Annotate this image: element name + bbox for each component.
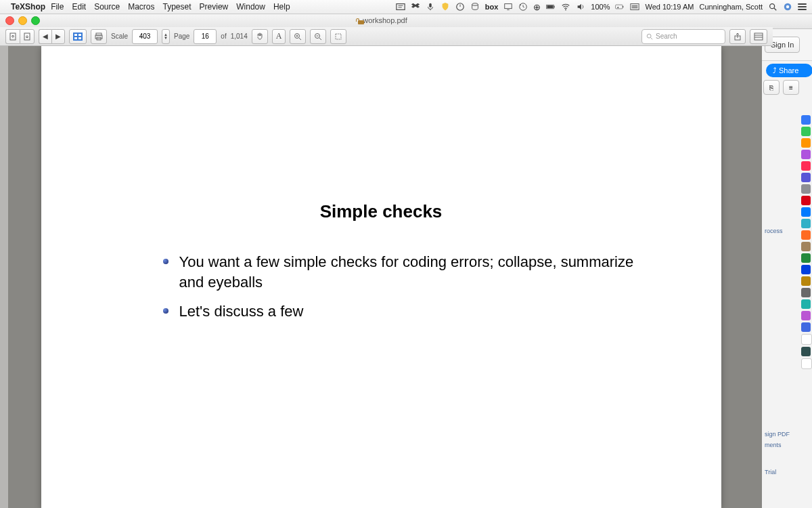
- page-input[interactable]: [194, 29, 217, 44]
- minimize-button[interactable]: [18, 16, 27, 25]
- dock-app-8[interactable]: [801, 196, 811, 205]
- wifi-icon[interactable]: [561, 2, 570, 12]
- dock-app-15[interactable]: [801, 276, 811, 286]
- svg-point-24: [786, 5, 789, 8]
- svg-line-40: [319, 38, 321, 40]
- lock-icon: [355, 18, 361, 24]
- bg-link-comments[interactable]: ments: [765, 442, 809, 448]
- text-tool-button[interactable]: A: [272, 29, 286, 44]
- dock-app-12[interactable]: [801, 242, 811, 251]
- svg-rect-42: [336, 34, 341, 39]
- next-button[interactable]: ▶: [51, 29, 65, 44]
- spotlight-icon[interactable]: [768, 2, 777, 12]
- close-button[interactable]: [5, 16, 14, 25]
- menubar-time[interactable]: Wed 10:19 AM: [645, 3, 694, 11]
- toolbar: ◀ ▶ Scale ▲▼ Page of 1,014 A Search: [0, 27, 773, 46]
- menu-typeset[interactable]: Typeset: [163, 2, 191, 12]
- menu-file[interactable]: File: [51, 2, 64, 12]
- svg-line-22: [774, 8, 777, 11]
- mic-icon[interactable]: [426, 2, 435, 12]
- menu-edit[interactable]: Edit: [72, 2, 86, 12]
- dock-app-6[interactable]: [801, 173, 811, 182]
- svg-point-13: [565, 9, 566, 11]
- bg-icon-2[interactable]: ≡: [783, 80, 799, 95]
- dock-app-7[interactable]: [801, 184, 811, 194]
- svg-rect-11: [547, 5, 554, 8]
- scale-stepper[interactable]: ▲▼: [162, 29, 170, 44]
- of-label: of: [221, 33, 226, 40]
- pdf-page: Simple checks You want a few simple chec…: [41, 45, 721, 508]
- dock-app-4[interactable]: [801, 150, 811, 159]
- zoom-button[interactable]: [31, 16, 40, 25]
- svg-point-43: [647, 34, 651, 38]
- dock-app-10[interactable]: [801, 219, 811, 228]
- dock-app-20[interactable]: [801, 334, 812, 345]
- drawer-button[interactable]: [69, 29, 87, 44]
- menu-macros[interactable]: Macros: [128, 2, 154, 12]
- hand-tool-button[interactable]: [252, 29, 268, 44]
- db-icon[interactable]: [470, 2, 480, 12]
- share-sheet-button[interactable]: [729, 29, 746, 44]
- dock-app-3[interactable]: [801, 138, 811, 148]
- menu-preview[interactable]: Preview: [200, 2, 229, 12]
- dock-app-22[interactable]: [801, 358, 812, 369]
- app-name[interactable]: TeXShop: [11, 2, 45, 12]
- circle-icon[interactable]: [455, 2, 465, 12]
- scale-input[interactable]: [132, 29, 158, 44]
- hamburger-icon[interactable]: [798, 3, 807, 10]
- prev-button[interactable]: ◀: [39, 29, 51, 44]
- select-tool-button[interactable]: [330, 29, 346, 44]
- timemachine-icon[interactable]: [518, 2, 528, 12]
- search-icon: [646, 33, 653, 40]
- dock-app-1[interactable]: [801, 115, 811, 125]
- battery-icon[interactable]: [546, 2, 556, 12]
- menu-help[interactable]: Help: [273, 2, 290, 12]
- dock-app-5[interactable]: [801, 161, 811, 171]
- page-up-button[interactable]: [5, 29, 20, 44]
- bg-icon-1[interactable]: ⎘: [763, 80, 780, 95]
- search-placeholder: Search: [656, 33, 677, 40]
- scale-label: Scale: [111, 33, 128, 40]
- box-text[interactable]: box: [485, 3, 499, 11]
- share-label: Share: [779, 66, 798, 75]
- svg-rect-28: [74, 34, 77, 36]
- page-down-button[interactable]: [20, 29, 35, 44]
- zoom-out-button[interactable]: [310, 29, 326, 44]
- dropbox-icon[interactable]: [411, 2, 420, 12]
- svg-rect-29: [78, 34, 81, 36]
- print-button[interactable]: [91, 29, 107, 44]
- dock-app-16[interactable]: [801, 288, 811, 297]
- bg-link-sign[interactable]: sign PDF: [765, 431, 809, 438]
- svg-rect-27: [73, 33, 83, 41]
- dock-app-19[interactable]: [801, 322, 811, 332]
- dock-app-14[interactable]: [801, 265, 811, 274]
- svg-rect-12: [554, 6, 555, 8]
- notif-center-icon[interactable]: [783, 2, 792, 12]
- zoom-in-button[interactable]: [290, 29, 306, 44]
- volume-icon[interactable]: [576, 2, 585, 12]
- menu-source[interactable]: Source: [94, 2, 120, 12]
- dock-app-2[interactable]: [801, 127, 811, 136]
- display-icon[interactable]: [503, 2, 513, 12]
- dock-app-9[interactable]: [801, 207, 811, 217]
- dock-app-21[interactable]: [801, 347, 811, 356]
- search-field[interactable]: Search: [641, 29, 725, 44]
- prev-next-group: ◀ ▶: [39, 29, 65, 44]
- dock-app-13[interactable]: [801, 253, 811, 263]
- shield-icon[interactable]: [441, 2, 450, 12]
- menubar-user[interactable]: Cunningham, Scott: [699, 3, 763, 11]
- dock-app-18[interactable]: [801, 311, 811, 320]
- svg-rect-0: [397, 4, 405, 10]
- textbox-icon[interactable]: [396, 2, 405, 12]
- dock-app-17[interactable]: [801, 299, 811, 309]
- move-icon[interactable]: ⊕: [533, 2, 541, 12]
- left-scrollbar[interactable]: [0, 45, 8, 508]
- dock-app-11[interactable]: [801, 230, 811, 240]
- bg-link-trial[interactable]: Trial: [765, 469, 809, 475]
- split-view-button[interactable]: [750, 29, 767, 44]
- input-icon[interactable]: [630, 2, 639, 12]
- share-button[interactable]: ⤴Share: [766, 64, 812, 77]
- menubar-right: box ⊕ 100% ▲ Wed 10:19 AM Cunningham, Sc…: [396, 2, 807, 12]
- menu-window[interactable]: Window: [236, 2, 265, 12]
- pdf-viewport[interactable]: Simple checks You want a few simple chec…: [0, 45, 762, 508]
